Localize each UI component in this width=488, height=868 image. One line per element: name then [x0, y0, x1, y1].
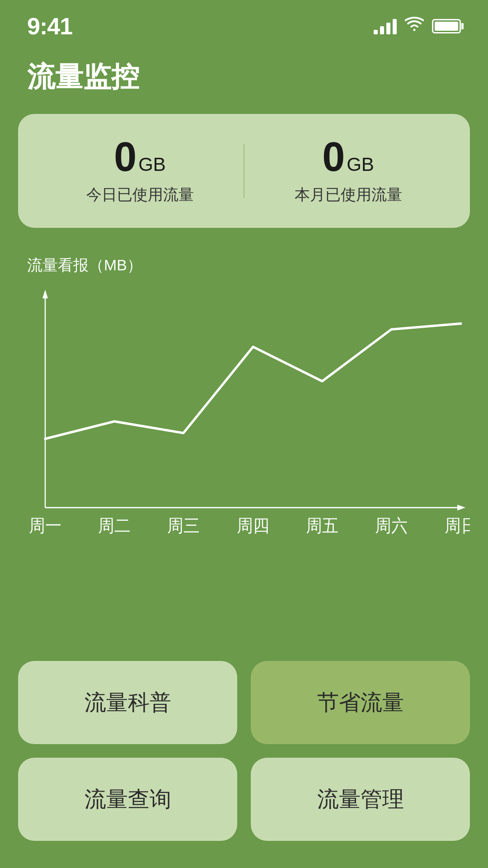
liuliang-guanli-button[interactable]: 流量管理 [251, 758, 470, 841]
svg-marker-3 [457, 505, 465, 510]
jie-sheng-button[interactable]: 节省流量 [251, 661, 470, 744]
today-stat: 0GB 今日已使用流量 [36, 137, 244, 205]
svg-text:周五: 周五 [306, 516, 338, 535]
bottom-grid: 流量科普 节省流量 流量查询 流量管理 [0, 643, 488, 868]
page-title: 流量监控 [0, 44, 488, 114]
chart-section: 流量看报（MB） 周一 周二 周三 周四 周五 周六 周日 [18, 255, 470, 556]
svg-text:周一: 周一 [29, 516, 61, 535]
status-icons [374, 16, 461, 37]
liuliang-chaxun-button[interactable]: 流量查询 [18, 758, 237, 841]
wifi-icon [405, 16, 424, 37]
status-time: 9:41 [27, 13, 72, 40]
chart-title: 流量看报（MB） [18, 255, 470, 276]
month-label: 本月已使用流量 [244, 184, 452, 205]
svg-text:周三: 周三 [167, 516, 199, 535]
liuliang-kepu-button[interactable]: 流量科普 [18, 661, 237, 744]
status-bar: 9:41 [0, 0, 488, 44]
svg-marker-1 [42, 290, 48, 298]
battery-icon [432, 19, 461, 33]
chart-container: 周一 周二 周三 周四 周五 周六 周日 [18, 285, 470, 556]
today-value: 0GB [114, 137, 166, 177]
chart-line [45, 324, 461, 439]
today-label: 今日已使用流量 [36, 184, 244, 205]
stats-card: 0GB 今日已使用流量 0GB 本月已使用流量 [18, 114, 470, 228]
svg-text:周二: 周二 [98, 516, 130, 535]
svg-text:周日: 周日 [445, 516, 470, 535]
svg-text:周六: 周六 [375, 516, 407, 535]
chart-svg: 周一 周二 周三 周四 周五 周六 周日 [18, 285, 470, 556]
signal-icon [374, 18, 397, 34]
month-stat: 0GB 本月已使用流量 [244, 137, 452, 205]
month-value: 0GB [322, 137, 374, 177]
svg-text:周四: 周四 [237, 516, 269, 535]
